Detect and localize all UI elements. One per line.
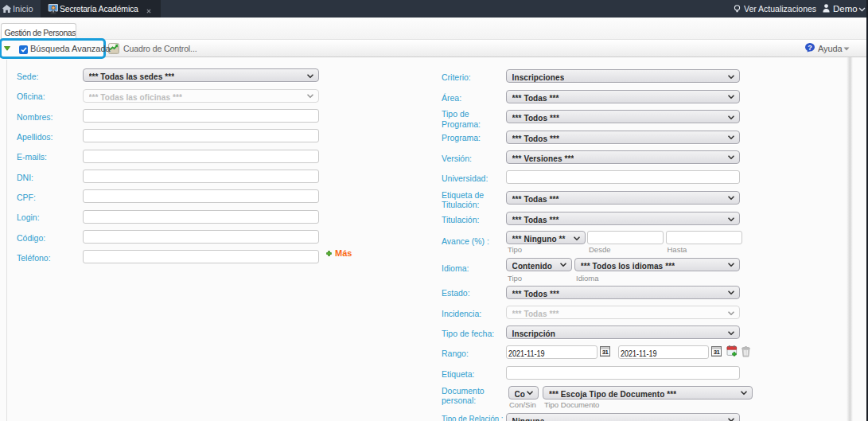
svg-text:31: 31 [601, 349, 609, 356]
svg-text:?: ? [808, 44, 812, 52]
svg-text:31: 31 [713, 349, 720, 356]
